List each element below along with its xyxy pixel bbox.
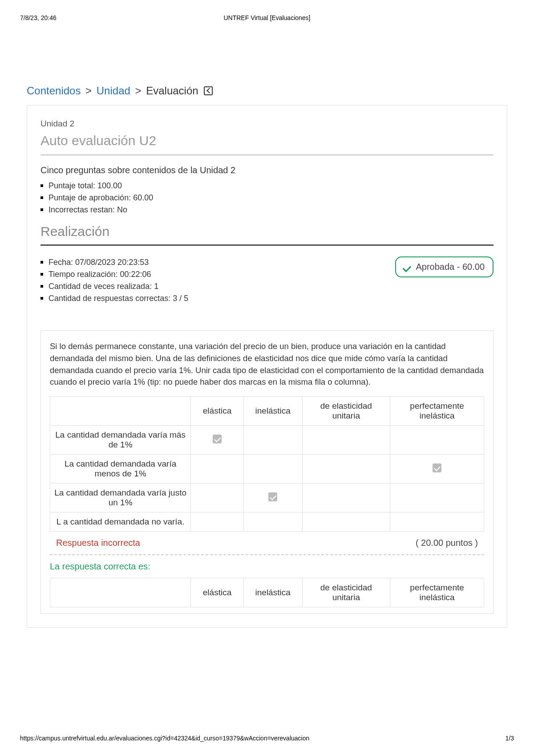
answer-cell[interactable] xyxy=(191,512,244,532)
realization-info-list: Fecha: 07/08/2023 20:23:53 Tiempo realiz… xyxy=(40,256,395,305)
question-box: Si lo demás permanece constante, una var… xyxy=(40,330,494,614)
answer-table: elástica inelástica de elasticidad unita… xyxy=(50,396,484,532)
table-header xyxy=(50,578,191,607)
table-row: L a cantidad demandada no varía. xyxy=(50,512,484,532)
print-header: 7/8/23, 20:46 UNTREF Virtual [Evaluacion… xyxy=(20,14,514,21)
list-item: Puntaje de aprobación: 60.00 xyxy=(40,192,494,204)
table-header: inelástica xyxy=(243,578,302,607)
footer-page: 1/3 xyxy=(506,735,514,742)
breadcrumb-sep: > xyxy=(85,85,92,97)
list-item: Puntaje total: 100.00 xyxy=(40,180,494,192)
answer-cell[interactable] xyxy=(243,426,302,455)
answer-cell[interactable] xyxy=(390,512,484,532)
answer-cell[interactable] xyxy=(390,484,484,512)
answer-cell[interactable] xyxy=(191,455,244,484)
answer-cell[interactable] xyxy=(390,426,484,455)
table-header: de elasticidad unitaria xyxy=(302,578,390,607)
page-content: Contenidos > Unidad > Evaluación Unidad … xyxy=(27,85,507,628)
check-icon xyxy=(402,262,412,272)
question-text: Si lo demás permanece constante, una var… xyxy=(50,341,484,388)
list-item: Cantidad de veces realizada: 1 xyxy=(40,280,395,293)
answer-cell[interactable] xyxy=(243,512,302,532)
points-label: ( 20.00 puntos ) xyxy=(416,538,478,548)
realization-heading: Realización xyxy=(40,224,494,246)
breadcrumb: Contenidos > Unidad > Evaluación xyxy=(27,85,507,97)
status-text: Aprobada - 60.00 xyxy=(416,262,485,272)
answer-cell[interactable] xyxy=(302,512,390,532)
correct-answer-table: elástica inelástica de elasticidad unita… xyxy=(50,578,484,607)
row-label: L a cantidad demandada no varía. xyxy=(50,512,191,532)
result-row: Respuesta incorrecta ( 20.00 puntos ) xyxy=(50,538,484,554)
breadcrumb-unidad[interactable]: Unidad xyxy=(97,85,130,97)
table-header: perfectamente inelástica xyxy=(390,397,484,426)
check-icon xyxy=(213,435,222,443)
row-label: La cantidad demandada varía más de 1% xyxy=(50,426,191,455)
footer-url: https://campus.untrefvirtual.edu.ar/eval… xyxy=(20,735,309,742)
answer-cell[interactable] xyxy=(302,484,390,512)
table-header: elástica xyxy=(191,578,244,607)
table-row: La cantidad demandada varía menos de 1% xyxy=(50,455,484,484)
row-label: La cantidad demandada varía menos de 1% xyxy=(50,455,191,484)
table-header xyxy=(50,397,191,426)
page-title: Auto evaluación U2 xyxy=(40,133,494,155)
table-header: de elasticidad unitaria xyxy=(302,397,390,426)
list-item: Incorrectas restan: No xyxy=(40,204,494,216)
realization-row: Fecha: 07/08/2023 20:23:53 Tiempo realiz… xyxy=(40,256,494,313)
list-item: Fecha: 07/08/2023 20:23:53 xyxy=(40,256,395,268)
breadcrumb-contenidos[interactable]: Contenidos xyxy=(27,85,81,97)
result-label: Respuesta incorrecta xyxy=(56,538,140,548)
breadcrumb-current: Evaluación xyxy=(146,85,198,97)
answer-cell[interactable] xyxy=(191,484,244,512)
table-row: elástica inelástica de elasticidad unita… xyxy=(50,397,484,426)
answer-cell[interactable] xyxy=(302,455,390,484)
back-icon[interactable] xyxy=(204,86,213,95)
status-badge: Aprobada - 60.00 xyxy=(395,256,494,277)
list-item: Tiempo realización: 00:22:06 xyxy=(40,268,395,280)
unit-label: Unidad 2 xyxy=(40,119,494,129)
check-icon xyxy=(268,492,277,501)
table-header: elástica xyxy=(191,397,244,426)
table-row: La cantidad demandada varía justo un 1% xyxy=(50,484,484,512)
table-row: elástica inelástica de elasticidad unita… xyxy=(50,578,484,607)
eval-description: Cinco preguntas sobre contenidos de la U… xyxy=(40,165,494,175)
print-footer: https://campus.untrefvirtual.edu.ar/eval… xyxy=(20,735,514,742)
print-datetime: 7/8/23, 20:46 xyxy=(20,14,57,21)
answer-cell[interactable] xyxy=(243,455,302,484)
breadcrumb-sep: > xyxy=(135,85,142,97)
eval-info-list: Puntaje total: 100.00 Puntaje de aprobac… xyxy=(40,180,494,216)
answer-cell[interactable] xyxy=(390,455,484,484)
answer-cell[interactable] xyxy=(243,484,302,512)
correct-answer-label: La respuesta correcta es: xyxy=(50,561,484,578)
table-header: inelástica xyxy=(243,397,302,426)
answer-cell[interactable] xyxy=(302,426,390,455)
answer-cell[interactable] xyxy=(191,426,244,455)
print-title: UNTREF Virtual [Evaluaciones] xyxy=(223,14,310,21)
table-row: La cantidad demandada varía más de 1% xyxy=(50,426,484,455)
check-icon xyxy=(433,463,441,472)
table-header: perfectamente inelástica xyxy=(390,578,484,607)
main-panel: Unidad 2 Auto evaluación U2 Cinco pregun… xyxy=(27,105,507,628)
row-label: La cantidad demandada varía justo un 1% xyxy=(50,484,191,512)
separator xyxy=(50,554,484,555)
list-item: Cantidad de respuestas correctas: 3 / 5 xyxy=(40,293,395,305)
